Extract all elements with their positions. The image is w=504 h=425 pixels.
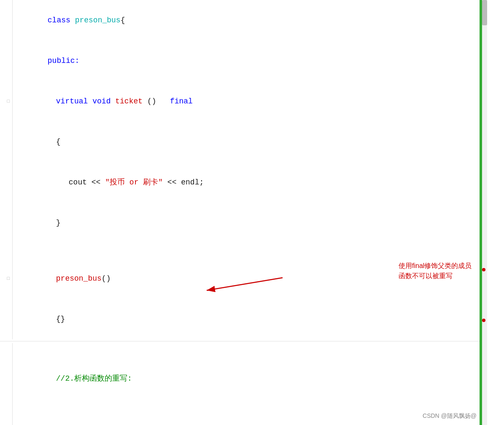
function-name: ticket [115,97,147,106]
line-content: virtual void ticket () final [16,81,487,122]
symbol: { [56,138,61,146]
code-line: virtual void ticket () final [0,81,487,122]
line-content: } [16,203,487,243]
comment: //2.析构函数的重写: [56,374,132,383]
line-gutter [0,358,13,399]
line-gutter [0,41,13,81]
line-content: {} [16,299,487,339]
line-content: { [16,122,487,162]
line-content [16,243,487,258]
symbol: } [56,219,61,227]
code-line: class preson_bus{ [0,0,487,41]
code-text: cout << [69,178,105,187]
separator [0,341,487,341]
line-content: public: [16,41,487,81]
line-gutter [0,258,13,299]
scroll-indicator-1 [482,268,485,271]
line-gutter [0,0,13,41]
keyword: final [170,97,193,106]
keyword: class [48,16,75,24]
line-content: class preson_bus{ [16,0,487,41]
symbol: { [121,16,125,24]
code-line [0,243,487,258]
scrollbar-thumb[interactable] [482,0,487,25]
code-line: cout << "投币 or 刷卡" << endl; [0,162,487,203]
code-line: virtual ~preson_bus() [0,414,487,425]
line-content [16,343,487,358]
annotation-block: 使用final修饰父类的成员函数不可以被重写 [399,261,474,281]
code-line: {} [0,299,487,339]
line-gutter [0,399,13,414]
keyword: void [92,97,115,106]
symbol: () [147,97,170,106]
annotation-text: 使用final修饰父类的成员函数不可以被重写 [399,261,474,281]
code-line: public: [0,41,487,81]
line-gutter [0,81,13,122]
line-gutter [0,343,13,358]
line-gutter [0,299,13,339]
scroll-indicator-2 [482,319,485,322]
keyword: virtual [56,97,92,106]
line-content [16,399,487,414]
code-line: { [0,122,487,162]
function-name: preson_bus [56,274,102,283]
symbol: {} [56,315,65,323]
line-content: //2.析构函数的重写: [16,358,487,399]
line-gutter [0,162,13,203]
code-editor: class preson_bus{ public: virtual void t… [0,0,487,425]
classname: preson_bus [75,16,121,24]
code-text: << endl; [163,178,204,187]
code-line: } [0,203,487,243]
watermark: CSDN @随风飘扬@ [423,412,477,420]
line-gutter [0,243,13,258]
scrollbar-track[interactable] [482,0,487,425]
code-line [0,343,487,358]
line-content: cout << "投币 or 刷卡" << endl; [16,162,487,203]
line-content: virtual ~preson_bus() [16,414,487,425]
string-literal: "投币 or 刷卡" [105,178,163,187]
line-gutter [0,122,13,162]
code-line: //2.析构函数的重写: [0,358,487,399]
line-gutter [0,203,13,243]
keyword: public: [48,57,80,65]
symbol: () [102,274,111,283]
code-line [0,399,487,414]
line-gutter [0,414,13,425]
